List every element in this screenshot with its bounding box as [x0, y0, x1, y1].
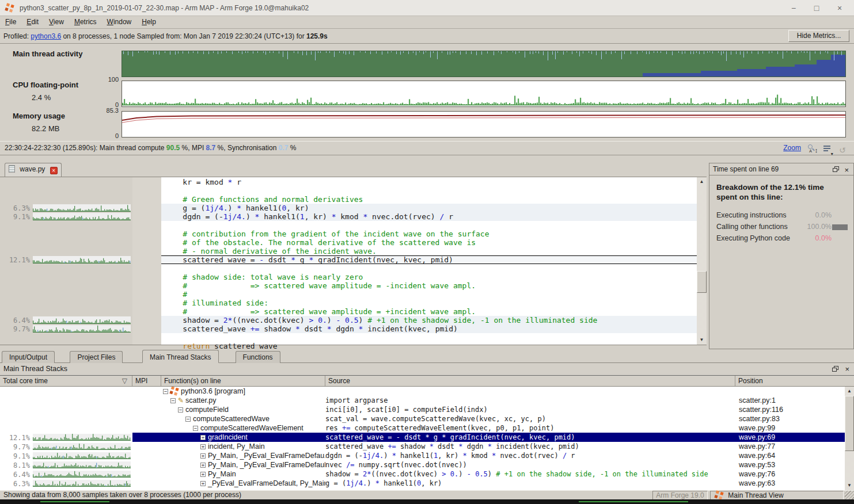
code-line-61[interactable]: 61 [161, 186, 697, 195]
col-mpi[interactable]: MPI [132, 376, 161, 386]
editor-tab-wave-py[interactable]: wave.py × [5, 163, 62, 177]
float-panel-icon[interactable] [832, 366, 839, 372]
expand-icon[interactable]: + [200, 444, 206, 449]
code-line-71[interactable]: 71 # shadow side: total wave is nearly z… [161, 273, 697, 281]
code-line-63[interactable]: 63 g = (1j/4.) * hankel1(0, kr) [161, 204, 697, 212]
code-line-79[interactable]: 79 return scattered_wave [161, 342, 697, 350]
code-line-77[interactable]: 77 scattered_wave += shadow * dsdt * dgd… [161, 324, 697, 333]
line-number-column [132, 177, 161, 345]
menu-item-file[interactable]: File [0, 16, 21, 29]
scroll-up-icon[interactable]: ▲ [697, 177, 707, 186]
bottom-tab-input-output[interactable]: Input/Output [2, 351, 55, 363]
hide-metrics-button[interactable]: Hide Metrics... [788, 30, 849, 42]
menu-item-metrics[interactable]: Metrics [69, 16, 102, 29]
memory-usage-chart[interactable] [122, 111, 846, 138]
code-line-65[interactable]: 65 [161, 221, 697, 230]
collapse-icon[interactable]: − [170, 398, 176, 403]
expand-icon[interactable]: + [200, 481, 206, 486]
code-line-73[interactable]: 73 # [161, 290, 697, 299]
core-time-sparkline [33, 480, 131, 487]
stack-row-computeField[interactable]: −computeFieldinci[i0], scat[i0] = comput… [0, 405, 845, 414]
stack-row-incident[interactable]: 9.7%+incident, Py_Mainscattered_wave += … [0, 442, 845, 451]
float-panel-icon[interactable] [833, 166, 840, 173]
stack-row-scatter.py[interactable]: −✎scatter.pyimport argparsescatter.py:1 [0, 396, 845, 405]
time-range-summary-bar: 22:30:24-22:32:30 (125.890s): Main threa… [0, 141, 854, 155]
code-line-62[interactable]: 62 # Green functions and normal derivati… [161, 195, 697, 204]
scroll-down-icon[interactable]: ▼ [697, 335, 707, 345]
col-position[interactable]: Position [735, 376, 845, 386]
sort-indicator-icon[interactable]: ▽ [122, 376, 127, 386]
maximize-button-icon[interactable]: □ [808, 2, 825, 14]
resize-grip[interactable] [845, 491, 854, 500]
zoom-link[interactable]: Zoom [783, 144, 801, 152]
scroll-up-icon[interactable]: ▲ [845, 387, 854, 396]
stack-row-computeScatteredWave[interactable]: −computeScatteredWavescat_val = wave.com… [0, 414, 845, 423]
menu-item-edit[interactable]: Edit [21, 16, 44, 29]
minimize-button-icon[interactable]: − [785, 2, 802, 14]
code-line-60[interactable]: 60 kr = kmod * r [161, 178, 697, 186]
code-editor: 6.3%9.1%12.1%6.4%9.7% 60 kr = kmod * r61… [0, 177, 707, 345]
function-cell: −computeScatteredWaveElement [161, 423, 325, 433]
table-scrollbar-thumb[interactable] [845, 396, 854, 451]
code-line-78[interactable]: 78 [161, 333, 697, 342]
menu-item-view[interactable]: View [44, 16, 69, 29]
code-line-75[interactable]: 75 # => scattered wave amplitude = +inci… [161, 307, 697, 316]
cpu-floating-point-chart[interactable] [122, 81, 846, 107]
bottom-tab-functions[interactable]: Functions [236, 351, 280, 363]
view-label: Main Thread View [728, 491, 783, 499]
code-line-68[interactable]: 68 # - normal derivative of the incident… [161, 247, 697, 255]
code-line-76[interactable]: 76 shadow = 2*((nvec.dot(kvec) > 0.) - 0… [161, 316, 697, 324]
line-time-mark-63: 6.3% [0, 204, 132, 212]
expand-icon[interactable]: + [200, 453, 206, 459]
tab-close-icon[interactable]: × [50, 167, 58, 174]
metrics-list-icon[interactable]: ▾ [823, 144, 833, 153]
mpi-cell [132, 451, 161, 460]
stack-row-Py_Main[interactable]: 8.1%+Py_Main, _PyEval_EvalFrameDefaultnv… [0, 460, 845, 469]
position-cell: wave.py:69 [735, 433, 845, 442]
position-cell: wave.py:99 [735, 423, 845, 433]
bottom-tab-project-files[interactable]: Project Files [70, 351, 123, 363]
editor-scrollbar-thumb[interactable] [697, 271, 707, 293]
core-time-sparkline [33, 471, 131, 478]
table-scrollbar[interactable]: ▲ ▼ [845, 387, 854, 490]
editor-scrollbar[interactable]: ▲ ▼ [697, 177, 707, 345]
code-line-69[interactable]: 69 scattered_wave = - dsdt * g * gradInc… [161, 255, 697, 264]
function-name: Py_Main, _PyEval_EvalFrameDefault [208, 461, 325, 469]
stack-row-Py_Main[interactable]: 9.1%+Py_Main, _PyEval_EvalFrameDefau...d… [0, 451, 845, 460]
reset-icon[interactable]: ↺ [839, 144, 848, 153]
executable-link[interactable]: python3.6 [31, 32, 61, 40]
scroll-down-icon[interactable]: ▼ [845, 481, 854, 490]
code-line-72[interactable]: 72 # => scattered wave amplitude = -inci… [161, 281, 697, 290]
time-summary-segment: 90.5 [166, 144, 180, 152]
bottom-tab-main-thread-stacks[interactable]: Main Thread Stacks [142, 350, 219, 363]
panel-close-icon[interactable]: × [845, 366, 849, 372]
stack-row-python3.6[interactable]: −python3.6 [program] [0, 387, 845, 396]
menu-item-window[interactable]: Window [102, 16, 137, 29]
stack-row-computeScatteredWaveElement[interactable]: −computeScatteredWaveElementres += compu… [0, 423, 845, 433]
col-source[interactable]: Source [325, 376, 735, 386]
source-cell [325, 387, 735, 396]
col-total-core-time[interactable]: Total core time▽ [0, 376, 132, 386]
col-functions-on-line[interactable]: Function(s) on line [161, 376, 325, 386]
code-line-67[interactable]: 67 # of the obstacle. The normal derivat… [161, 238, 697, 247]
panel-close-icon[interactable]: × [844, 167, 849, 173]
expand-icon[interactable]: + [200, 463, 206, 468]
font-size-icon[interactable]: A ↕ [807, 144, 817, 153]
close-button-icon[interactable]: × [831, 2, 848, 14]
code-line-64[interactable]: 64 dgdn = (-1j/4.) * hankel1(1, kr) * km… [161, 212, 697, 221]
expand-icon[interactable]: + [200, 472, 206, 477]
expand-icon[interactable]: + [200, 435, 206, 440]
collapse-icon[interactable]: − [178, 407, 183, 413]
collapse-icon[interactable]: − [185, 417, 191, 422]
stack-row-_PyEval_EvalFrameDefault[interactable]: 6.3%+_PyEval_EvalFrameDefault, Py_Maing … [0, 479, 845, 488]
main-thread-activity-chart[interactable] [122, 51, 846, 77]
code-line-74[interactable]: 74 # illuminated side: [161, 299, 697, 307]
stack-row-gradIncident[interactable]: 12.1%+gradIncidentscattered_wave = - dsd… [0, 433, 845, 442]
code-line-70[interactable]: 70 [161, 264, 697, 273]
code-area[interactable]: 60 kr = kmod * r6162 # Green functions a… [161, 177, 697, 345]
collapse-icon[interactable]: − [163, 389, 168, 394]
collapse-icon[interactable]: − [193, 426, 198, 431]
stack-row-Py_Main[interactable]: 6.4%+Py_Mainshadow = 2*((nvec.dot(kvec) … [0, 469, 845, 479]
code-line-66[interactable]: 66 # contribution from the gradient of t… [161, 230, 697, 238]
menu-item-help[interactable]: Help [136, 16, 161, 29]
